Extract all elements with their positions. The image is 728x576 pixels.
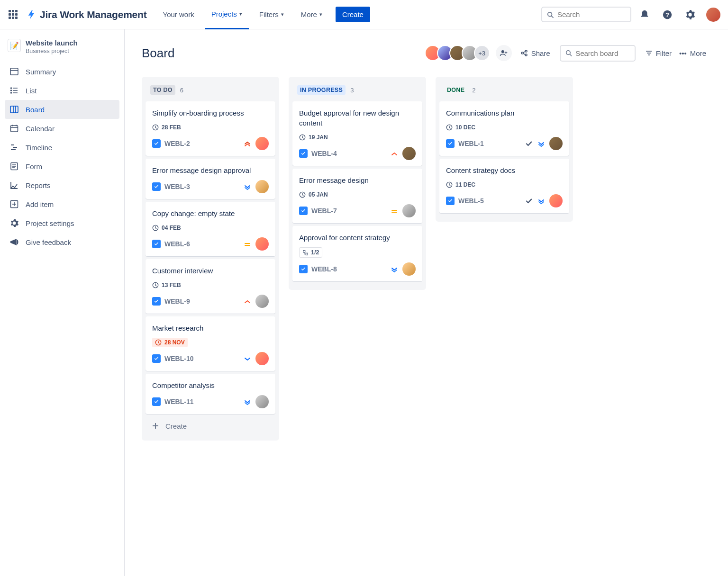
assignee-avatar[interactable] xyxy=(255,237,269,251)
avatar-stack[interactable]: +3 xyxy=(425,45,490,61)
sidebar-item-project-settings[interactable]: Project settings xyxy=(5,214,119,233)
assignee-avatar[interactable] xyxy=(549,194,563,207)
add-icon xyxy=(9,199,19,209)
card-title: Error message design approval xyxy=(152,165,269,175)
issue-key: WEBL-5 xyxy=(458,197,484,205)
assignee-avatar[interactable] xyxy=(255,137,269,150)
issue-key: WEBL-1 xyxy=(458,140,484,147)
sidebar-item-label: Form xyxy=(26,162,42,171)
due-date: 13 FEB xyxy=(152,280,181,290)
card[interactable]: Content strategy docs11 DECWEBL-5 xyxy=(439,159,569,213)
card[interactable]: Simplify on-boarding process28 FEBWEBL-2 xyxy=(146,101,275,156)
column-done: DONE2Communications plan10 DECWEBL-1Cont… xyxy=(436,77,573,222)
svg-point-7 xyxy=(11,92,12,93)
search-icon xyxy=(547,11,554,18)
priority-medium-icon xyxy=(390,207,399,215)
project-header[interactable]: 📝 Website launch Business project xyxy=(5,39,119,62)
assignee-avatar[interactable] xyxy=(402,262,416,276)
sidebar-item-reports[interactable]: Reports xyxy=(5,176,119,195)
svg-point-14 xyxy=(525,50,527,52)
notifications-icon[interactable] xyxy=(638,8,651,21)
filter-button[interactable]: Filter xyxy=(645,49,672,57)
clock-icon xyxy=(155,339,162,346)
card[interactable]: Error message design approvalWEBL-3 xyxy=(146,159,275,199)
board-search-input[interactable] xyxy=(575,49,630,57)
clock-icon xyxy=(446,124,453,131)
calendar-icon xyxy=(9,124,19,133)
card-title: Budget approval for new design content xyxy=(299,108,416,128)
search-icon xyxy=(565,49,572,57)
column-title: DONE xyxy=(444,85,467,95)
priority-low-icon xyxy=(243,182,252,191)
issue-type-icon xyxy=(152,139,161,148)
card[interactable]: Competitor analysisWEBL-11 xyxy=(146,374,275,414)
card[interactable]: Budget approval for new design content19… xyxy=(292,101,422,166)
assignee-avatar[interactable] xyxy=(255,180,269,193)
priority-low-single-icon xyxy=(243,354,252,363)
nav-projects[interactable]: Projects▾ xyxy=(205,0,249,29)
due-date: 04 FEB xyxy=(152,223,181,233)
card-title: Market research xyxy=(152,323,269,333)
issue-key: WEBL-9 xyxy=(164,297,190,305)
card-title: Error message design xyxy=(299,175,416,185)
board-header: Board +3 Share Filter •••More xyxy=(142,44,714,63)
more-button[interactable]: •••More xyxy=(679,49,706,57)
product-logo[interactable]: Jira Work Management xyxy=(27,9,147,20)
nav-more[interactable]: More▾ xyxy=(294,0,329,29)
assignee-avatar[interactable] xyxy=(255,295,269,308)
create-button[interactable]: Create xyxy=(336,7,370,22)
card-title: Approval for content strategy xyxy=(299,233,416,243)
sidebar-item-give-feedback[interactable]: Give feedback xyxy=(5,233,119,252)
card[interactable]: Approval for content strategy1/2WEBL-8 xyxy=(292,226,422,281)
priority-high-icon xyxy=(390,149,399,158)
card[interactable]: Communications plan10 DECWEBL-1 xyxy=(439,101,569,156)
page-title: Board xyxy=(142,46,174,61)
issue-type-icon xyxy=(299,207,308,215)
column-title: TO DO xyxy=(150,85,175,95)
assignee-avatar[interactable] xyxy=(549,137,563,150)
issue-type-icon xyxy=(152,240,161,248)
search-input[interactable] xyxy=(557,10,626,18)
card-title: Customer interview xyxy=(152,266,269,276)
profile-avatar[interactable] xyxy=(706,8,720,22)
svg-point-13 xyxy=(521,52,523,54)
card-title: Copy change: empty state xyxy=(152,208,269,218)
card[interactable]: Error message design05 JANWEBL-7 xyxy=(292,169,422,223)
priority-medium-icon xyxy=(243,240,252,248)
issue-key: WEBL-6 xyxy=(164,240,190,248)
project-type: Business project xyxy=(26,48,78,54)
card[interactable]: Market research28 NOVWEBL-10 xyxy=(146,316,275,371)
clock-icon xyxy=(152,225,159,231)
assignee-avatar[interactable] xyxy=(402,204,416,217)
nav-filters[interactable]: Filters▾ xyxy=(253,0,291,29)
sidebar-item-calendar[interactable]: Calendar xyxy=(5,119,119,138)
board-search[interactable] xyxy=(560,45,636,62)
assignee-avatar[interactable] xyxy=(255,352,269,365)
issue-key: WEBL-4 xyxy=(311,150,337,157)
priority-low-icon xyxy=(537,197,546,205)
clock-icon xyxy=(152,124,159,131)
assignee-avatar[interactable] xyxy=(255,395,269,408)
sidebar-item-timeline[interactable]: Timeline xyxy=(5,138,119,157)
sidebar-item-add-item[interactable]: Add item xyxy=(5,195,119,214)
card[interactable]: Customer interview13 FEBWEBL-9 xyxy=(146,259,275,314)
sidebar-item-list[interactable]: List xyxy=(5,81,119,100)
assignee-avatar[interactable] xyxy=(402,147,416,160)
sidebar-item-board[interactable]: Board xyxy=(5,100,119,119)
avatar-overflow[interactable]: +3 xyxy=(474,45,490,61)
nav-your-work[interactable]: Your work xyxy=(156,0,201,29)
create-issue-button[interactable]: Create xyxy=(146,417,275,435)
help-icon[interactable]: ? xyxy=(661,8,674,21)
sidebar-item-label: Board xyxy=(26,106,45,114)
sidebar-item-form[interactable]: Form xyxy=(5,157,119,176)
share-icon xyxy=(520,49,528,57)
app-switcher-icon[interactable] xyxy=(8,9,19,20)
share-button[interactable]: Share xyxy=(520,49,550,57)
global-search[interactable] xyxy=(541,7,631,22)
clock-icon xyxy=(299,191,306,198)
add-person-button[interactable] xyxy=(496,45,512,61)
issue-type-icon xyxy=(446,139,455,148)
settings-icon[interactable] xyxy=(683,8,697,21)
card[interactable]: Copy change: empty state04 FEBWEBL-6 xyxy=(146,202,275,256)
sidebar-item-summary[interactable]: Summary xyxy=(5,62,119,81)
